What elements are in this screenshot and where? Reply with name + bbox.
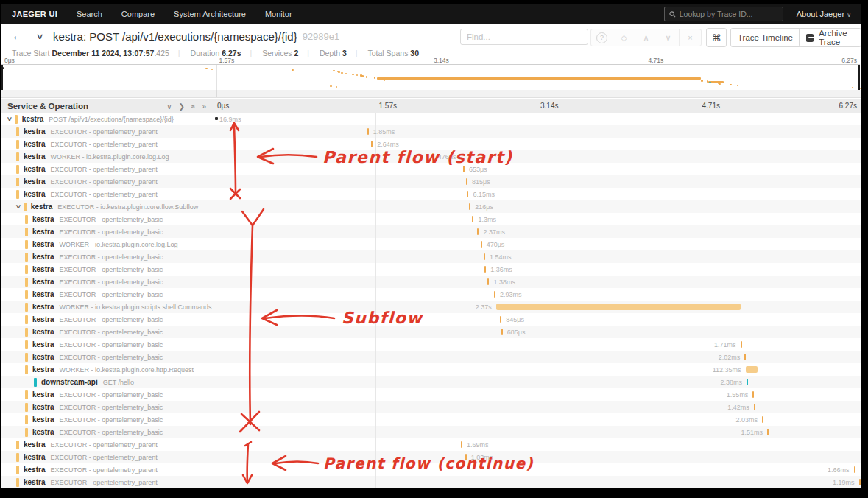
span-row[interactable]: kestraEXECUTOR - opentelemetry_basic1.54…: [1, 250, 861, 263]
span-bar[interactable]: [501, 329, 503, 335]
jaeger-logo[interactable]: JAEGER UI: [12, 10, 57, 18]
span-row[interactable]: kestraEXECUTOR - opentelemetry_basic1.42…: [1, 401, 861, 413]
span-bar[interactable]: [854, 466, 855, 473]
trace-id-lookup-input[interactable]: Lookup by Trace ID...: [664, 7, 783, 21]
span-bar[interactable]: [484, 253, 485, 260]
span-bar[interactable]: [487, 278, 489, 285]
span-name-cell[interactable]: kestraEXECUTOR - opentelemetry_basic: [1, 250, 237, 263]
span-bar[interactable]: [432, 153, 434, 160]
span-name-cell[interactable]: kestraWORKER - io.kestra.plugin.core.log…: [1, 238, 237, 250]
span-row[interactable]: kestraEXECUTOR - opentelemetry_parent2.6…: [1, 138, 861, 150]
span-name-cell[interactable]: kestraEXECUTOR - opentelemetry_parent: [1, 175, 228, 188]
span-row[interactable]: kestraEXECUTOR - opentelemetry_parent1.1…: [1, 476, 861, 488]
span-bar[interactable]: [767, 429, 769, 435]
span-bar[interactable]: [762, 416, 763, 423]
span-bar[interactable]: [746, 366, 758, 373]
span-name-cell[interactable]: kestraEXECUTOR - opentelemetry_parent: [1, 138, 228, 150]
span-bar[interactable]: [472, 216, 473, 222]
find-clear-button[interactable]: ×: [680, 29, 701, 46]
span-name-cell[interactable]: ∨kestraEXECUTOR - io.kestra.plugin.core.…: [1, 200, 228, 213]
span-row[interactable]: ∨kestraEXECUTOR - io.kestra.plugin.core.…: [1, 200, 861, 213]
span-row[interactable]: kestraWORKER - io.kestra.plugin.core.log…: [1, 150, 861, 163]
collapse-all-icon[interactable]: ∨: [166, 102, 172, 111]
span-row[interactable]: kestraEXECUTOR - opentelemetry_parent6.1…: [1, 188, 861, 200]
span-name-cell[interactable]: kestraWORKER - io.kestra.plugin.scripts.…: [1, 301, 237, 313]
minimap-range-handle[interactable]: [858, 65, 860, 90]
span-name-cell[interactable]: kestraEXECUTOR - opentelemetry_basic: [1, 388, 237, 401]
span-bar[interactable]: [477, 228, 479, 235]
expand-one-icon[interactable]: ❯: [178, 102, 184, 111]
find-prev-button[interactable]: ∧: [635, 29, 657, 46]
span-row[interactable]: kestraEXECUTOR - opentelemetry_basic2.02…: [1, 351, 861, 363]
span-row[interactable]: kestraEXECUTOR - opentelemetry_basic845μ…: [1, 313, 861, 326]
find-help-button[interactable]: ?: [591, 29, 613, 46]
span-name-cell[interactable]: kestraEXECUTOR - opentelemetry_basic: [1, 276, 237, 288]
span-name-cell[interactable]: kestraEXECUTOR - opentelemetry_parent: [1, 451, 228, 463]
span-row[interactable]: kestraEXECUTOR - opentelemetry_basic2.93…: [1, 288, 861, 301]
row-expander-chevron-icon[interactable]: ∨: [7, 116, 13, 122]
span-name-cell[interactable]: kestraEXECUTOR - opentelemetry_basic: [1, 313, 237, 326]
span-bar[interactable]: [467, 191, 468, 197]
span-row[interactable]: kestraWORKER - io.kestra.plugin.scripts.…: [1, 301, 861, 313]
keyboard-shortcuts-button[interactable]: ⌘: [706, 28, 727, 47]
span-bar[interactable]: [461, 441, 462, 448]
span-name-cell[interactable]: kestraEXECUTOR - opentelemetry_basic: [1, 338, 237, 351]
span-name-cell[interactable]: kestraEXECUTOR - opentelemetry_basic: [1, 326, 237, 338]
panel-splitter[interactable]: [214, 99, 214, 488]
span-name-cell[interactable]: kestraEXECUTOR - opentelemetry_basic: [1, 288, 237, 301]
span-name-cell[interactable]: kestraEXECUTOR - opentelemetry_basic: [1, 225, 237, 238]
span-bar[interactable]: [744, 354, 746, 360]
span-row[interactable]: kestraEXECUTOR - opentelemetry_basic1.3m…: [1, 213, 861, 225]
nav-item-system-architecture[interactable]: System Architecture: [174, 10, 246, 18]
span-bar[interactable]: [371, 141, 373, 147]
span-row[interactable]: kestraEXECUTOR - opentelemetry_basic1.55…: [1, 388, 861, 401]
span-row[interactable]: kestraEXECUTOR - opentelemetry_basic1.51…: [1, 426, 861, 438]
span-row[interactable]: kestraWORKER - io.kestra.plugin.core.log…: [1, 238, 861, 250]
span-row[interactable]: kestraEXECUTOR - opentelemetry_parent1.0…: [1, 451, 861, 463]
span-row[interactable]: kestraEXECUTOR - opentelemetry_parent1.8…: [1, 125, 861, 138]
nav-item-search[interactable]: Search: [77, 10, 102, 18]
span-bar[interactable]: [500, 316, 501, 323]
span-bar[interactable]: [465, 454, 467, 460]
collapse-deep-icon[interactable]: »: [189, 104, 197, 108]
span-name-cell[interactable]: kestraEXECUTOR - opentelemetry_parent: [1, 188, 228, 200]
span-row[interactable]: kestraEXECUTOR - opentelemetry_parent653…: [1, 163, 861, 175]
span-name-cell[interactable]: kestraWORKER - io.kestra.plugin.core.htt…: [1, 363, 237, 376]
span-bar[interactable]: [859, 479, 861, 485]
span-bar[interactable]: [747, 379, 748, 385]
span-bar[interactable]: [496, 304, 741, 310]
span-bar[interactable]: [752, 391, 754, 398]
archive-trace-button[interactable]: Archive Trace: [799, 28, 861, 47]
back-button[interactable]: ←: [12, 29, 24, 43]
span-bar[interactable]: [466, 178, 467, 185]
span-name-cell[interactable]: kestraEXECUTOR - opentelemetry_basic: [1, 351, 237, 363]
span-bar[interactable]: [484, 266, 486, 273]
span-bar[interactable]: [741, 341, 742, 348]
trace-minimap[interactable]: [1, 64, 860, 91]
span-bar[interactable]: [754, 404, 755, 410]
span-row[interactable]: kestraEXECUTOR - opentelemetry_parent815…: [1, 175, 861, 188]
span-row[interactable]: kestraWORKER - io.kestra.plugin.core.htt…: [1, 363, 861, 376]
find-input[interactable]: [461, 32, 588, 41]
span-row[interactable]: kestraEXECUTOR - opentelemetry_basic2.37…: [1, 225, 861, 238]
span-name-cell[interactable]: kestraEXECUTOR - opentelemetry_parent: [1, 125, 228, 138]
span-bar[interactable]: [463, 166, 465, 172]
span-bar[interactable]: [367, 128, 369, 135]
span-name-cell[interactable]: kestraEXECUTOR - opentelemetry_parent: [1, 163, 228, 175]
span-row[interactable]: ∨kestraPOST /api/v1/executions/{namespac…: [1, 113, 861, 125]
span-row[interactable]: kestraEXECUTOR - opentelemetry_basic2.03…: [1, 413, 861, 426]
expand-all-icon[interactable]: »: [202, 102, 206, 111]
span-name-cell[interactable]: kestraEXECUTOR - opentelemetry_basic: [1, 213, 237, 225]
span-row[interactable]: kestraEXECUTOR - opentelemetry_basic1.71…: [1, 338, 861, 351]
span-name-cell[interactable]: kestraEXECUTOR - opentelemetry_basic: [1, 401, 237, 413]
row-expander-chevron-icon[interactable]: ∨: [15, 203, 22, 210]
span-name-cell[interactable]: kestraEXECUTOR - opentelemetry_parent: [1, 463, 228, 476]
span-bar[interactable]: [494, 291, 495, 298]
find-next-button[interactable]: ∨: [657, 29, 680, 46]
span-name-cell[interactable]: kestraEXECUTOR - opentelemetry_basic: [1, 263, 237, 276]
span-row[interactable]: kestraEXECUTOR - opentelemetry_basic685μ…: [1, 326, 861, 338]
span-bar[interactable]: [215, 117, 218, 120]
span-name-cell[interactable]: ∨kestraPOST /api/v1/executions/{namespac…: [1, 113, 219, 125]
span-name-cell[interactable]: kestraEXECUTOR - opentelemetry_basic: [1, 413, 237, 426]
span-name-cell[interactable]: kestraEXECUTOR - opentelemetry_parent: [1, 438, 228, 451]
